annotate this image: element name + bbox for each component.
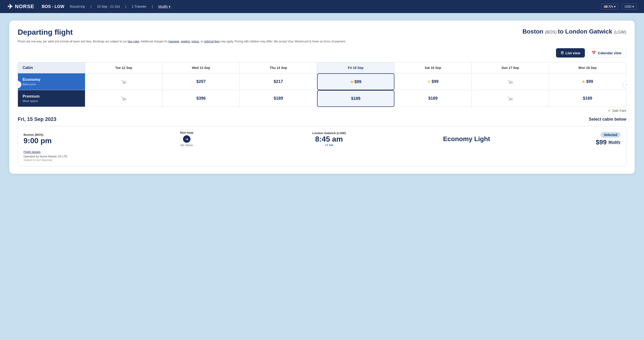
origin-code: (BOS) xyxy=(545,30,558,34)
trip-type: Round trip xyxy=(70,5,85,8)
price-and-modify: $99 Modify xyxy=(596,138,620,146)
sale-star-icon-6: ★ xyxy=(582,80,585,84)
economy-price-2[interactable]: $217 xyxy=(240,73,317,90)
lang-chevron-icon: ▾ xyxy=(614,5,616,8)
flight-details-link[interactable]: Flight details xyxy=(24,150,40,154)
modify-link[interactable]: Modify xyxy=(608,140,620,144)
sale-star-icon: ★ xyxy=(608,109,611,112)
currency-chevron-icon: ▾ xyxy=(632,5,634,8)
main-wrapper: Departing flight Boston (BOS) to London … xyxy=(0,13,644,181)
date-col-0: Tue 12 Sep xyxy=(85,62,162,73)
separator2: | xyxy=(126,5,126,8)
select-cabin-label: Select cabin below xyxy=(589,117,626,122)
date-col-4: Sat 16 Sep xyxy=(394,62,472,73)
premium-price-0[interactable] xyxy=(85,90,162,107)
selected-badge: Selected xyxy=(600,132,620,138)
route-display: BOS - LGW xyxy=(42,4,64,9)
flight-info: Boston (BOS) 9:00 pm Non-stop ➔ 6hr 45mi… xyxy=(24,131,620,147)
economy-price-0[interactable] xyxy=(85,73,162,90)
travelers: 1 Traveler xyxy=(132,5,146,8)
fare-grid: Cabin Tue 12 Sep Wed 13 Sep Thu 14 Sep F… xyxy=(18,62,626,107)
language-selector[interactable]: 🇺🇸 EN ▾ xyxy=(601,4,618,10)
calendar-view-button[interactable]: 📅 Calendar view xyxy=(587,48,626,58)
cabin-header: Cabin xyxy=(18,62,85,73)
no-flight-icon-p5 xyxy=(507,96,514,101)
no-flight-icon-p0 xyxy=(120,96,127,101)
nonstop-block: Non-stop ➔ 6hr 45min xyxy=(66,131,308,147)
flight-price: $99 xyxy=(596,138,607,146)
date-col-5: Sun 17 Sep xyxy=(472,62,549,73)
calendar-icon: 📅 xyxy=(592,51,596,55)
currency-selector[interactable]: USD ▾ xyxy=(622,4,636,10)
economy-price-4[interactable]: ☆ $99 xyxy=(394,73,472,90)
premium-price-6[interactable]: $189 xyxy=(549,90,626,107)
main-card: Departing flight Boston (BOS) to London … xyxy=(9,20,635,174)
arrival-block: London Gatwick (LGW) 8:45 am +1 Sat xyxy=(308,131,350,147)
economy-cabin-label[interactable]: Economy Best price xyxy=(18,73,85,90)
modify-button[interactable]: Modify ▾ xyxy=(158,5,170,8)
origin-airport: Boston (BOS) xyxy=(24,133,66,136)
route-title: Boston (BOS) to London Gatwick (LGW) xyxy=(522,28,626,35)
navbar-right: 🇺🇸 EN ▾ USD ▾ xyxy=(601,4,636,10)
logo: ✈ NORSE xyxy=(8,3,34,10)
extras-link[interactable]: extras xyxy=(192,40,199,43)
sale-star-icon-4: ☆ xyxy=(427,80,430,84)
economy-sub: Best price xyxy=(22,82,80,86)
separator1: | xyxy=(90,5,92,8)
premium-price-5[interactable] xyxy=(472,90,549,107)
chevron-down-icon: ▾ xyxy=(169,5,170,8)
fare-table: ‹ › Cabin Tue 12 Sep Wed 13 Sep Thu 14 S… xyxy=(18,62,626,107)
flight-card: Boston (BOS) 9:00 pm Non-stop ➔ 6hr 45mi… xyxy=(18,126,626,166)
cabin-type-block: Economy Light xyxy=(350,135,583,143)
logo-icon: ✈ xyxy=(8,3,13,10)
direction-arrow-icon: ➔ xyxy=(183,135,190,143)
flight-date-header: Fri, 15 Sep 2023 xyxy=(18,116,56,122)
no-flight-icon-2 xyxy=(507,80,514,84)
sale-star-icon-3: ★ xyxy=(350,80,354,84)
separator3: | xyxy=(152,5,153,8)
sale-fare-label: Sale Fare xyxy=(612,109,626,112)
premium-price-2[interactable]: $189 xyxy=(240,90,317,107)
economy-name: Economy xyxy=(22,77,80,82)
optional-fees-link[interactable]: optional fees xyxy=(204,40,220,43)
next-day-label: +1 Sat xyxy=(308,144,350,147)
logo-text: NORSE xyxy=(15,4,34,10)
price-block: Selected $99 Modify xyxy=(583,132,620,146)
premium-name: Premium xyxy=(22,94,80,99)
info-text: Prices are one-way, per adult and includ… xyxy=(18,39,626,44)
seating-link[interactable]: seating xyxy=(181,40,190,43)
sale-fare-badge: ★ Sale Fare xyxy=(18,109,626,112)
date-col-6: Mon 18 Sep xyxy=(549,62,626,73)
trip-dates: 15 Sep - 21 Oct xyxy=(97,5,120,8)
arrival-time: 8:45 am xyxy=(308,135,350,144)
baggage-link[interactable]: baggage xyxy=(168,40,180,43)
economy-price-3[interactable]: ★ $99 xyxy=(317,73,394,90)
date-col-1: Wed 13 Sep xyxy=(162,62,240,73)
premium-price-1[interactable]: $396 xyxy=(162,90,240,107)
no-flight-icon xyxy=(120,80,127,84)
economy-price-5[interactable] xyxy=(472,73,549,90)
operated-by: Operated by Norse Atlantic UK LTD xyxy=(24,155,620,158)
duration: 6hr 45min xyxy=(180,144,193,147)
arrival-airport: London Gatwick (LGW) xyxy=(308,131,350,135)
premium-sub: Most space xyxy=(22,99,80,103)
list-icon: ☰ xyxy=(561,51,564,55)
fare-rules-link[interactable]: fare rules xyxy=(128,40,139,43)
flight-footer: Flight details Operated by Norse Atlanti… xyxy=(24,150,620,162)
date-col-3: Fri 15 Sep xyxy=(317,62,394,73)
date-col-2: Thu 14 Sep xyxy=(240,62,317,73)
nonstop-label: Non-stop xyxy=(180,131,193,134)
flag-icon: 🇺🇸 xyxy=(604,5,608,8)
list-view-button[interactable]: ☰ List view xyxy=(556,48,585,58)
navbar: ✈ NORSE BOS - LGW Round trip | 15 Sep - … xyxy=(0,0,644,13)
approval-note: Subject to Gov't Approval xyxy=(24,158,620,162)
economy-price-6[interactable]: ★ $99 xyxy=(549,73,626,90)
page-title: Departing flight xyxy=(18,28,73,36)
cabin-type-name: Economy Light xyxy=(350,135,583,143)
economy-price-1[interactable]: $207 xyxy=(162,73,240,90)
premium-price-3[interactable]: $189 xyxy=(317,90,394,107)
premium-price-4[interactable]: $189 xyxy=(394,90,472,107)
card-header: Departing flight Boston (BOS) to London … xyxy=(18,28,626,36)
flight-section-header: Fri, 15 Sep 2023 Select cabin below xyxy=(18,116,626,124)
premium-cabin-label[interactable]: Premium Most space xyxy=(18,90,85,107)
